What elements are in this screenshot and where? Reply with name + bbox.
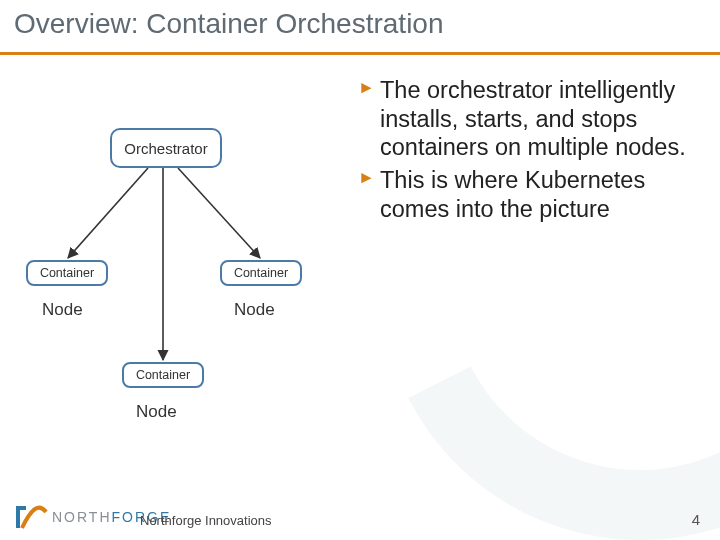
logo-north: NORTH [52,509,112,525]
container-label: Container [40,266,94,280]
logo-icon [14,502,48,532]
container-label: Container [234,266,288,280]
footer-company: Northforge Innovations [140,513,272,528]
svg-line-0 [68,168,148,258]
bullet-marker-icon: ► [358,168,375,189]
orchestrator-label: Orchestrator [124,140,207,157]
container-box-left: Container [26,260,108,286]
node-label-bottom: Node [136,402,177,422]
bullet-marker-icon: ► [358,78,375,99]
orchestrator-box: Orchestrator [110,128,222,168]
slide-title: Overview: Container Orchestration [14,8,444,40]
node-label-right: Node [234,300,275,320]
container-box-right: Container [220,260,302,286]
bullet-text: The orchestrator intelligently installs,… [380,77,686,160]
bullet-item: ► This is where Kubernetes comes into th… [358,166,710,223]
bullet-text: This is where Kubernetes comes into the … [380,167,645,222]
slide: Overview: Container Orchestration Orches… [0,0,720,540]
title-rule [0,52,720,55]
container-label: Container [136,368,190,382]
svg-line-2 [178,168,260,258]
node-label-left: Node [42,300,83,320]
container-box-bottom: Container [122,362,204,388]
body-text: ► The orchestrator intelligently install… [358,72,710,223]
diagram: Orchestrator Container Node Container No… [8,90,358,470]
bullet-item: ► The orchestrator intelligently install… [358,76,710,162]
page-number: 4 [692,511,700,528]
